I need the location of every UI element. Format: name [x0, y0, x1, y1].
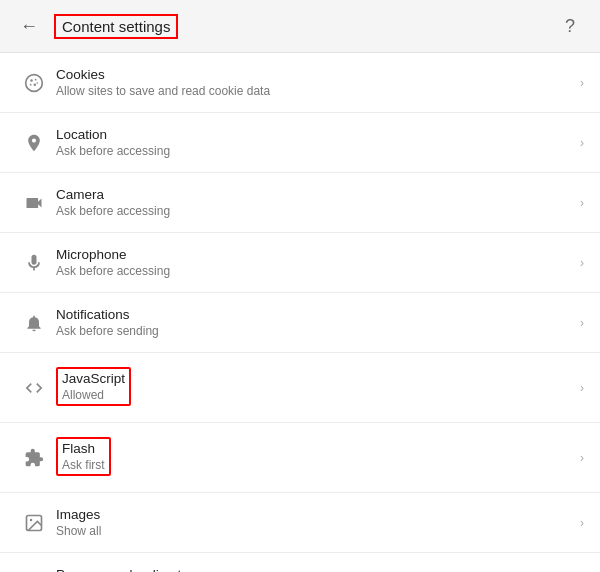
settings-item-camera[interactable]: CameraAsk before accessing› [0, 173, 600, 233]
location-content: LocationAsk before accessing [56, 127, 572, 158]
cookies-subtitle: Allow sites to save and read cookie data [56, 84, 572, 98]
svg-point-4 [34, 83, 37, 86]
settings-item-location[interactable]: LocationAsk before accessing› [0, 113, 600, 173]
settings-item-microphone[interactable]: MicrophoneAsk before accessing› [0, 233, 600, 293]
flash-subtitle: Ask first [62, 458, 105, 472]
image-icon [16, 513, 52, 533]
page-title: Content settings [54, 14, 178, 39]
flash-content: FlashAsk first [56, 437, 572, 478]
microphone-content: MicrophoneAsk before accessing [56, 247, 572, 278]
microphone-icon [16, 253, 52, 273]
microphone-title: Microphone [56, 247, 572, 262]
images-arrow: › [580, 516, 584, 530]
cookies-content: CookiesAllow sites to save and read cook… [56, 67, 572, 98]
settings-item-flash[interactable]: FlashAsk first› [0, 423, 600, 493]
svg-point-7 [30, 518, 32, 521]
camera-subtitle: Ask before accessing [56, 204, 572, 218]
flash-arrow: › [580, 451, 584, 465]
camera-title: Camera [56, 187, 572, 202]
popups-title: Pop-ups and redirects [56, 567, 572, 572]
notifications-title: Notifications [56, 307, 572, 322]
svg-point-1 [30, 79, 33, 82]
header-left: ← Content settings [16, 13, 178, 39]
notifications-content: NotificationsAsk before sending [56, 307, 572, 338]
javascript-subtitle: Allowed [62, 388, 125, 402]
settings-item-images[interactable]: ImagesShow all› [0, 493, 600, 553]
settings-item-cookies[interactable]: CookiesAllow sites to save and read cook… [0, 53, 600, 113]
svg-point-0 [26, 74, 43, 91]
camera-icon [16, 193, 52, 213]
svg-point-3 [30, 83, 32, 85]
location-arrow: › [580, 136, 584, 150]
bell-icon [16, 313, 52, 333]
notifications-subtitle: Ask before sending [56, 324, 572, 338]
settings-list: CookiesAllow sites to save and read cook… [0, 53, 600, 572]
help-button[interactable]: ? [556, 12, 584, 40]
cookie-icon [16, 73, 52, 93]
svg-point-5 [37, 82, 39, 84]
camera-arrow: › [580, 196, 584, 210]
flash-title: Flash [62, 441, 105, 456]
images-subtitle: Show all [56, 524, 572, 538]
settings-item-popups[interactable]: Pop-ups and redirectsBlocked› [0, 553, 600, 572]
cookies-arrow: › [580, 76, 584, 90]
microphone-arrow: › [580, 256, 584, 270]
puzzle-icon [16, 448, 52, 468]
location-icon [16, 133, 52, 153]
microphone-subtitle: Ask before accessing [56, 264, 572, 278]
javascript-arrow: › [580, 381, 584, 395]
javascript-content: JavaScriptAllowed [56, 367, 572, 408]
location-title: Location [56, 127, 572, 142]
images-content: ImagesShow all [56, 507, 572, 538]
popups-content: Pop-ups and redirectsBlocked [56, 567, 572, 572]
javascript-title: JavaScript [62, 371, 125, 386]
settings-item-javascript[interactable]: JavaScriptAllowed› [0, 353, 600, 423]
back-button[interactable]: ← [16, 13, 42, 39]
header: ← Content settings ? [0, 0, 600, 53]
settings-item-notifications[interactable]: NotificationsAsk before sending› [0, 293, 600, 353]
images-title: Images [56, 507, 572, 522]
notifications-arrow: › [580, 316, 584, 330]
svg-point-2 [35, 78, 37, 80]
cookies-title: Cookies [56, 67, 572, 82]
camera-content: CameraAsk before accessing [56, 187, 572, 218]
location-subtitle: Ask before accessing [56, 144, 572, 158]
code-icon [16, 378, 52, 398]
